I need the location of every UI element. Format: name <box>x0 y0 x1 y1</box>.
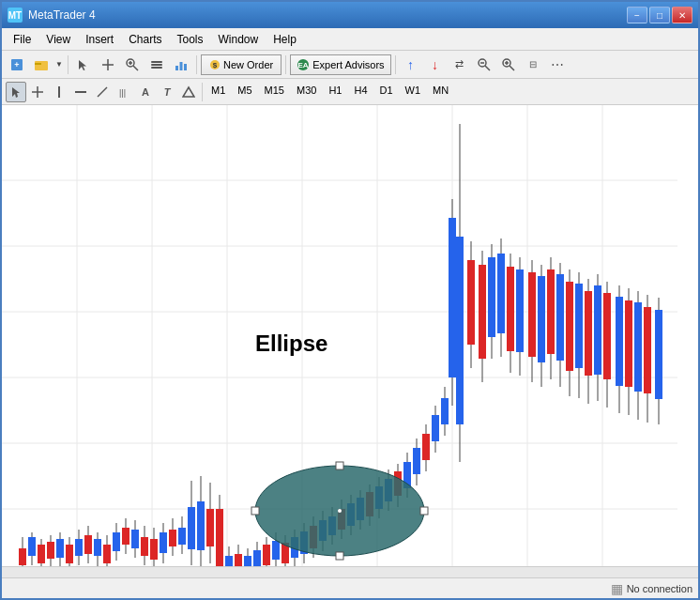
svg-rect-133 <box>467 260 475 345</box>
menu-file[interactable]: File <box>6 31 38 48</box>
new-order-label: New Order <box>223 59 273 70</box>
title-bar: MT MetaTrader 4 − □ ✕ <box>2 2 698 28</box>
horizontal-line-tool[interactable] <box>70 82 91 102</box>
menu-help[interactable]: Help <box>266 31 304 48</box>
svg-rect-83 <box>169 530 176 546</box>
toolbar-zoom-in2-btn[interactable] <box>497 54 520 76</box>
minimize-button[interactable]: − <box>627 7 647 23</box>
menu-charts[interactable]: Charts <box>121 31 169 48</box>
menu-view[interactable]: View <box>38 31 78 48</box>
toolbar-reverse-btn[interactable]: ⇄ <box>449 54 471 76</box>
text-tool[interactable]: A <box>135 82 156 102</box>
tf-h1[interactable]: H1 <box>323 83 347 101</box>
status-bar: ▦ No connection <box>2 577 698 598</box>
main-area: Ellipse <box>2 105 698 566</box>
svg-rect-95 <box>225 556 233 566</box>
arrow-tool[interactable] <box>6 82 26 102</box>
tf-m1[interactable]: M1 <box>205 83 231 101</box>
close-button[interactable]: ✕ <box>672 7 692 23</box>
svg-rect-77 <box>141 537 148 556</box>
menu-tools[interactable]: Tools <box>170 31 211 48</box>
svg-line-22 <box>485 66 490 70</box>
svg-rect-137 <box>488 257 495 337</box>
svg-rect-12 <box>151 64 162 66</box>
svg-rect-147 <box>538 276 545 362</box>
menu-window[interactable]: Window <box>211 31 266 48</box>
svg-rect-149 <box>547 269 555 354</box>
svg-rect-73 <box>122 528 129 545</box>
svg-rect-181 <box>432 415 439 441</box>
app-icon: MT <box>8 8 23 23</box>
svg-rect-15 <box>180 62 183 70</box>
svg-line-33 <box>98 87 107 97</box>
toolbar-buy-btn[interactable]: ↑ <box>400 54 422 76</box>
separator-draw <box>202 83 203 101</box>
svg-marker-35 <box>183 87 194 97</box>
svg-rect-3 <box>35 63 41 65</box>
trend-line-tool[interactable] <box>92 82 113 102</box>
tf-m30[interactable]: M30 <box>291 83 322 101</box>
toolbar-crosshair-btn[interactable] <box>97 54 119 76</box>
expert-advisors-button[interactable]: EA Expert Advisors <box>290 54 390 75</box>
expert-advisors-label: Expert Advisors <box>312 59 384 70</box>
svg-rect-75 <box>131 530 139 548</box>
svg-rect-165 <box>625 300 632 387</box>
svg-rect-131 <box>456 237 464 424</box>
vertical-line-tool[interactable] <box>49 82 69 102</box>
svg-rect-163 <box>616 297 623 386</box>
chart-canvas: Ellipse <box>2 105 698 566</box>
toolbar-indicators-btn[interactable]: ⋯ <box>546 54 569 76</box>
separator-2 <box>196 55 197 74</box>
tf-m15[interactable]: M15 <box>259 83 290 101</box>
crosshair-tool[interactable] <box>27 82 48 102</box>
shape-tool[interactable] <box>178 82 199 102</box>
toolbar-cursor-btn[interactable] <box>72 54 95 76</box>
svg-rect-97 <box>235 554 242 566</box>
fib-tool[interactable]: ||| <box>114 82 134 102</box>
svg-text:|||: ||| <box>119 88 126 98</box>
tf-m5[interactable]: M5 <box>232 83 257 101</box>
svg-marker-4 <box>79 60 86 70</box>
tf-h4[interactable]: H4 <box>348 83 373 101</box>
svg-rect-63 <box>75 539 83 556</box>
toolbar-new-btn[interactable]: + <box>6 54 28 76</box>
menu-bar: File View Insert Charts Tools Window Hel… <box>2 28 698 51</box>
svg-rect-69 <box>103 545 111 563</box>
chart-container[interactable]: Ellipse <box>2 105 698 566</box>
tf-d1[interactable]: D1 <box>374 83 399 101</box>
svg-rect-179 <box>422 434 430 460</box>
text-label-tool[interactable]: T <box>157 82 177 102</box>
svg-rect-87 <box>188 507 195 549</box>
horizontal-scrollbar[interactable] <box>2 566 698 577</box>
svg-rect-183 <box>441 398 449 424</box>
svg-rect-105 <box>272 541 280 560</box>
new-order-button[interactable]: $ New Order <box>201 54 282 75</box>
svg-rect-177 <box>413 448 420 474</box>
svg-rect-79 <box>150 539 158 560</box>
svg-rect-89 <box>197 501 205 550</box>
svg-text:$: $ <box>213 61 218 69</box>
toolbar-sell-btn[interactable]: ↓ <box>424 54 447 76</box>
svg-rect-155 <box>575 284 583 368</box>
toolbar-properties-btn[interactable] <box>145 54 168 76</box>
svg-rect-153 <box>566 282 573 371</box>
svg-rect-67 <box>94 539 101 556</box>
svg-rect-167 <box>634 302 642 392</box>
toolbar-open-btn[interactable] <box>30 54 53 76</box>
toolbar-open-arrow[interactable]: ▼ <box>54 54 64 76</box>
svg-rect-188 <box>336 552 343 560</box>
menu-insert[interactable]: Insert <box>78 31 121 48</box>
tf-mn[interactable]: MN <box>427 83 454 101</box>
svg-rect-145 <box>528 272 536 357</box>
svg-rect-171 <box>655 310 662 399</box>
toolbar-zoom-out-btn[interactable] <box>473 54 495 76</box>
toolbar-chart-btn[interactable] <box>170 54 192 76</box>
maximize-button[interactable]: □ <box>649 7 670 23</box>
toolbar-zoom-in-btn[interactable] <box>121 54 144 76</box>
tf-w1[interactable]: W1 <box>400 83 427 101</box>
toolbar-chart-type-btn[interactable]: ⊟ <box>522 54 544 76</box>
svg-rect-65 <box>84 535 92 554</box>
svg-rect-189 <box>251 507 259 515</box>
svg-rect-169 <box>644 307 651 393</box>
svg-rect-157 <box>585 291 592 376</box>
